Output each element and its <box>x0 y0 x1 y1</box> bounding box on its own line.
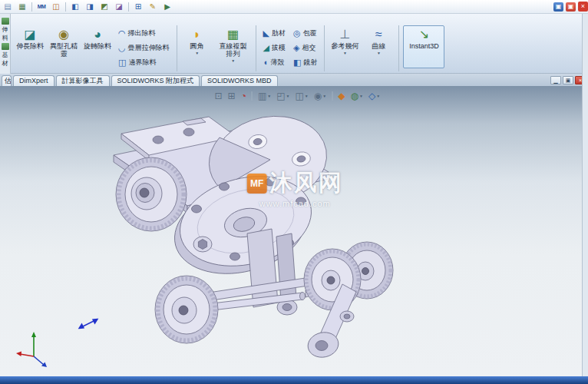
toolbar-separator <box>65 2 66 12</box>
status-bar <box>0 376 588 384</box>
measure-icon[interactable]: MM <box>35 2 48 12</box>
icon-glyph: ◆ <box>338 91 345 101</box>
ribbon-button-label: 曲線 <box>372 42 385 50</box>
view-orientation-icon[interactable]: ◰▼ <box>276 91 289 101</box>
hide-show-icon[interactable]: ◉▼ <box>314 91 326 101</box>
ribbon-button-label: 肋材 <box>272 28 286 38</box>
model-part-hex-bolt[interactable] <box>193 237 212 252</box>
ribbon-button-label: Instant3D <box>409 42 439 50</box>
shell-icon: ◖ <box>263 58 269 68</box>
restore-icon[interactable]: ▣ <box>563 76 573 84</box>
ribbon-button-label: 邊界除料 <box>128 58 156 68</box>
toolbar-separator <box>332 91 332 101</box>
previous-view-icon[interactable]: ◔ <box>241 91 246 101</box>
ribbon-button-hole-wizard[interactable]: ◉ 異型孔精靈 <box>48 25 80 68</box>
ribbon-button-label: 鏡射 <box>303 58 317 68</box>
instant3d-icon: ↘ <box>419 27 429 41</box>
tab-solidworks-addins[interactable]: SOLIDWORKS 附加程式 <box>111 75 200 86</box>
dropdown-arrow-icon[interactable]: ▼ <box>322 94 326 98</box>
tab-solidworks-mbd[interactable]: SOLIDWORKS MBD <box>201 75 278 86</box>
icon-glyph: ◰ <box>276 91 285 101</box>
wireframe-icon[interactable]: ◨ <box>84 2 96 12</box>
ribbon-button-label: 直線複製排列 <box>217 42 249 58</box>
dropdown-arrow-icon[interactable]: ▼ <box>359 94 363 98</box>
zoom-area-icon[interactable]: ⊞ <box>228 91 236 101</box>
ribbon-button-linear-pattern[interactable]: ▦ 直線複製排列 ▼ <box>215 25 252 68</box>
edit-appearance-icon[interactable]: ◆ <box>338 91 345 101</box>
section-view-icon[interactable]: ▥▼ <box>258 91 271 101</box>
view-cube-icon[interactable]: ◧ <box>69 2 81 12</box>
document-icon[interactable]: ▤ <box>2 2 14 12</box>
alert-window-icon[interactable]: ▣ <box>566 2 576 12</box>
ribbon-button-extruded-cut[interactable]: ◪ 伸長除料 <box>14 25 46 68</box>
lofted-cut-icon: ◡ <box>118 43 126 53</box>
display-style-icon[interactable]: ◫▼ <box>295 91 308 101</box>
annotation-icon[interactable]: ✎ <box>147 2 159 12</box>
app-window-icon[interactable]: ▣ <box>553 2 563 12</box>
dropdown-arrow-icon[interactable]: ▼ <box>343 51 347 55</box>
ribbon-button-rib[interactable]: ◣ 肋材 <box>260 27 289 40</box>
model-3d-view[interactable] <box>0 86 588 376</box>
dropdown-arrow-icon[interactable]: ▼ <box>195 51 199 55</box>
ribbon-button-label: 異型孔精靈 <box>50 42 78 58</box>
ribbon-button-revolved-cut[interactable]: ◕ 旋轉除料 <box>81 25 114 68</box>
icon-glyph: ◍ <box>350 91 358 101</box>
dropdown-arrow-icon[interactable]: ▼ <box>305 94 309 98</box>
ribbon-button-label: 疊層拉伸除料 <box>128 43 170 53</box>
dropdown-arrow-icon[interactable]: ▼ <box>377 51 381 55</box>
ribbon-button-mirror[interactable]: ◧ 鏡射 <box>290 56 320 69</box>
wrap-icon: ◎ <box>293 28 301 38</box>
minimize-icon[interactable]: ▁ <box>550 76 561 84</box>
ribbon-button-reference-geometry[interactable]: ⊥ 參考幾何 ▼ <box>329 25 361 68</box>
ribbon-column-cuts: ◠ 掃出除料 ◡ 疊層拉伸除料 ◫ 邊界除料 <box>115 25 173 69</box>
clipped-feature-icon[interactable] <box>2 18 9 25</box>
view-settings-icon[interactable]: ◇▼ <box>368 91 380 101</box>
dropdown-arrow-icon[interactable]: ▼ <box>267 94 271 98</box>
intersect-icon: ◈ <box>293 43 299 53</box>
document-window-controls: ▁ ▣ × <box>550 76 586 84</box>
shaded-icon[interactable]: ◩ <box>98 2 111 12</box>
ribbon-button-fillet[interactable]: ◗ 圓角 ▼ <box>181 25 213 68</box>
ribbon-button-instant3d[interactable]: ↘ Instant3D <box>403 25 444 68</box>
boundary-cut-icon: ◫ <box>118 58 126 68</box>
solidworks-window: ▤ ▦ MM ◫ ◧ ◨ ◩ ◪ ⊞ ✎ ▶ ▣ ▣ × ◪ 伸長除料 ◉ 異型… <box>0 0 588 384</box>
ribbon-button-draft[interactable]: ◢ 拔模 <box>260 41 289 55</box>
clipped-label-char: 基 <box>2 51 8 58</box>
model-part-knurled-wheel-bottom[interactable] <box>155 276 218 343</box>
ribbon-button-curves[interactable]: ≈ 曲線 ▼ <box>362 25 395 68</box>
extruded-cut-icon: ◪ <box>24 27 35 41</box>
dropdown-arrow-icon[interactable]: ▼ <box>231 58 235 63</box>
snapshot-icon[interactable]: ▦ <box>16 2 28 12</box>
linear-pattern-icon: ▦ <box>227 27 239 41</box>
section-icon[interactable]: ◫ <box>50 2 62 12</box>
ribbon-button-swept-cut[interactable]: ◠ 掃出除料 <box>115 27 173 40</box>
clipped-feature-icon[interactable] <box>2 43 9 50</box>
revolved-cut-icon: ◕ <box>94 27 101 41</box>
macro-icon[interactable]: ▶ <box>161 2 173 12</box>
ribbon-button-wrap[interactable]: ◎ 包覆 <box>290 27 320 40</box>
quick-access-toolbar: ▤ ▦ MM ◫ ◧ ◨ ◩ ◪ ⊞ ✎ ▶ ▣ ▣ × <box>0 0 588 14</box>
tab-dimxpert[interactable]: DimXpert <box>13 75 55 86</box>
apply-scene-icon[interactable]: ◍▼ <box>350 91 362 101</box>
drag-handle-arrows[interactable] <box>79 319 97 329</box>
left-clipped-toolbar: 伸 料 基 材 <box>0 14 11 74</box>
dropdown-arrow-icon[interactable]: ▼ <box>286 94 290 98</box>
zoom-fit-icon[interactable]: ⊡ <box>215 91 223 101</box>
ribbon-button-boundary-cut[interactable]: ◫ 邊界除料 <box>115 56 173 69</box>
tab-render-tools[interactable]: 計算影像工具 <box>56 75 110 86</box>
graphics-viewport[interactable]: ⊡ ⊞ ◔ ▥▼ ◰▼ ◫▼ ◉▼ ◆ ◍▼ ◇▼ MF 沐风网 www.mfc… <box>0 86 588 376</box>
ribbon-button-intersect[interactable]: ◈ 相交 <box>290 41 320 55</box>
pattern-icon[interactable]: ⊞ <box>132 2 144 12</box>
swept-cut-icon: ◠ <box>118 28 126 38</box>
perspective-icon[interactable]: ◪ <box>113 2 125 12</box>
ribbon-button-label: 參考幾何 <box>331 42 358 50</box>
tab-evaluate-partial[interactable]: 估 <box>2 75 12 86</box>
icon-glyph: ◔ <box>241 91 246 101</box>
ribbon-button-lofted-cut[interactable]: ◡ 疊層拉伸除料 <box>115 41 173 55</box>
dropdown-arrow-icon[interactable]: ▼ <box>376 94 380 98</box>
ribbon-button-shell[interactable]: ◖ 薄殼 <box>260 56 289 69</box>
close-icon[interactable]: × <box>578 2 588 12</box>
model-part-knurled-wheel-left[interactable] <box>116 157 187 231</box>
orientation-triad-icon <box>16 332 47 367</box>
reference-geometry-icon: ⊥ <box>340 27 351 41</box>
